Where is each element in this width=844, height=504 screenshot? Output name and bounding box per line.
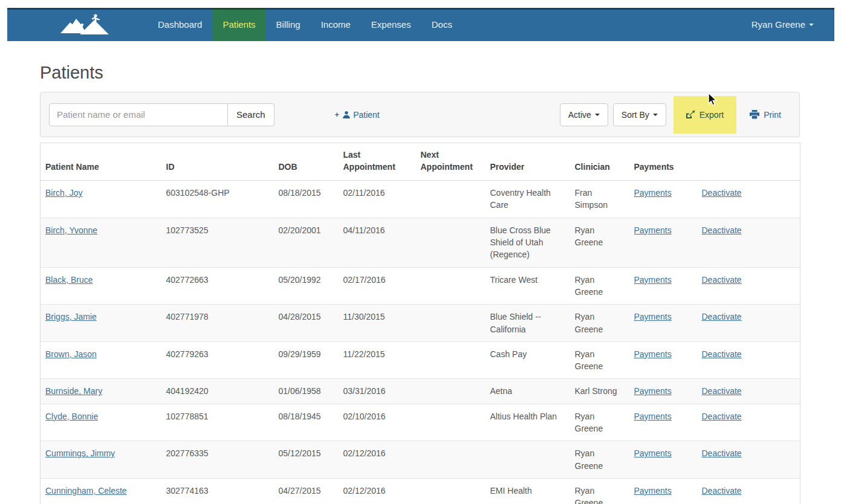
cell-id: 603102548-GHP xyxy=(161,181,274,218)
payments-link[interactable]: Payments xyxy=(634,486,672,496)
add-patient-label: Patient xyxy=(353,110,380,120)
cell-next xyxy=(416,404,485,441)
payments-link[interactable]: Payments xyxy=(634,448,672,458)
cell-next xyxy=(416,181,485,218)
cell-clinician: Ryan Greene xyxy=(570,404,629,441)
active-filter-dropdown[interactable]: Active xyxy=(560,103,608,126)
cell-clinician: Ryan Greene xyxy=(570,478,629,504)
cell-payments: Payments xyxy=(629,404,697,441)
cell-payments: Payments xyxy=(629,341,697,379)
cell-dob: 09/29/1959 xyxy=(274,341,339,379)
table-row: Brown, Jason40277926309/29/195911/22/201… xyxy=(41,341,800,379)
cell-payments: Payments xyxy=(629,441,697,479)
patient-name-link[interactable]: Birch, Joy xyxy=(45,188,82,198)
nav-item-dashboard[interactable]: Dashboard xyxy=(148,8,212,41)
cell-last: 04/11/2016 xyxy=(339,218,416,267)
print-button[interactable]: Print xyxy=(750,110,781,120)
cell-last: 02/12/2016 xyxy=(339,478,416,504)
mountain-summit-icon xyxy=(59,13,117,37)
patient-name-link[interactable]: Burnside, Mary xyxy=(45,386,102,396)
deactivate-link[interactable]: Deactivate xyxy=(702,412,742,421)
payments-link[interactable]: Payments xyxy=(634,386,672,396)
cell-deactivate: Deactivate xyxy=(697,379,800,404)
table-row: Black, Bruce40277266305/20/199202/17/201… xyxy=(41,267,800,305)
deactivate-link[interactable]: Deactivate xyxy=(702,349,742,359)
patient-name-link[interactable]: Brown, Jason xyxy=(45,349,97,359)
cell-provider: Coventry Health Care xyxy=(485,181,570,218)
cell-payments: Payments xyxy=(629,181,697,218)
deactivate-link[interactable]: Deactivate xyxy=(702,275,742,285)
table-header-row: Patient NameIDDOBLast AppointmentNext Ap… xyxy=(41,143,800,181)
column-header: Patient Name xyxy=(41,143,161,181)
payments-link[interactable]: Payments xyxy=(634,349,672,359)
payments-link[interactable]: Payments xyxy=(634,225,672,235)
deactivate-link[interactable]: Deactivate xyxy=(702,486,742,496)
nav-spacer xyxy=(463,8,751,41)
nav-item-income[interactable]: Income xyxy=(311,8,361,41)
export-button[interactable]: Export xyxy=(686,110,724,120)
user-menu[interactable]: Ryan Greene xyxy=(751,8,814,41)
search-input[interactable] xyxy=(49,103,228,126)
app-logo[interactable] xyxy=(56,8,121,41)
export-label: Export xyxy=(700,110,724,120)
search-button[interactable]: Search xyxy=(227,103,274,126)
cell-deactivate: Deactivate xyxy=(697,404,800,441)
active-filter-label: Active xyxy=(568,110,591,120)
user-menu-label: Ryan Greene xyxy=(751,19,805,30)
deactivate-link[interactable]: Deactivate xyxy=(702,312,742,321)
cell-last: 02/17/2016 xyxy=(339,267,416,305)
patients-table: Patient NameIDDOBLast AppointmentNext Ap… xyxy=(40,143,800,504)
column-header xyxy=(697,143,800,181)
patient-name-link[interactable]: Cunningham, Celeste xyxy=(45,486,127,496)
sort-by-dropdown[interactable]: Sort By xyxy=(613,103,666,126)
cell-deactivate: Deactivate xyxy=(697,181,800,218)
chevron-down-icon xyxy=(653,114,658,116)
cell-id: 402779263 xyxy=(161,341,274,379)
cell-last: 02/10/2016 xyxy=(339,404,416,441)
patients-toolbar: Search + Patient Active Sort By xyxy=(40,92,800,137)
payments-link[interactable]: Payments xyxy=(634,188,672,198)
add-patient-button[interactable]: + Patient xyxy=(335,110,380,120)
cell-deactivate: Deactivate xyxy=(697,341,800,379)
cell-id: 302774163 xyxy=(161,478,274,504)
deactivate-link[interactable]: Deactivate xyxy=(702,448,742,458)
cell-provider: EMI Health xyxy=(485,478,570,504)
nav-item-docs[interactable]: Docs xyxy=(421,8,463,41)
nav-item-patients[interactable]: Patients xyxy=(212,8,265,41)
cell-id: 402771978 xyxy=(161,305,274,342)
cell-provider: Blue Cross Blue Shield of Utah (Regence) xyxy=(485,218,570,267)
nav-item-billing[interactable]: Billing xyxy=(266,8,311,41)
cell-deactivate: Deactivate xyxy=(697,478,800,504)
cell-next xyxy=(416,305,485,342)
payments-link[interactable]: Payments xyxy=(634,412,672,421)
column-header: Payments xyxy=(629,143,697,181)
cell-provider xyxy=(485,441,570,479)
cell-dob: 01/06/1958 xyxy=(274,379,339,404)
patient-name-link[interactable]: Cummings, Jimmy xyxy=(45,448,115,458)
deactivate-link[interactable]: Deactivate xyxy=(702,225,742,235)
cell-last: 02/11/2016 xyxy=(339,181,416,218)
cell-clinician: Ryan Greene xyxy=(570,441,629,479)
patient-name-link[interactable]: Birch, Yvonne xyxy=(45,225,97,235)
cell-next xyxy=(416,478,485,504)
deactivate-link[interactable]: Deactivate xyxy=(702,188,742,198)
patient-name-link[interactable]: Black, Bruce xyxy=(45,275,93,285)
column-header: Clinician xyxy=(570,143,629,181)
cell-id: 402772663 xyxy=(161,267,274,305)
cell-clinician: Ryan Greene xyxy=(570,341,629,379)
nav-item-expenses[interactable]: Expenses xyxy=(361,8,421,41)
payments-link[interactable]: Payments xyxy=(634,275,672,285)
table-row: Burnside, Mary40419242001/06/195803/31/2… xyxy=(41,379,800,404)
cell-payments: Payments xyxy=(629,218,697,267)
payments-link[interactable]: Payments xyxy=(634,312,672,321)
cell-dob: 02/20/2001 xyxy=(274,218,339,267)
deactivate-link[interactable]: Deactivate xyxy=(702,386,742,396)
cell-last: 11/30/2015 xyxy=(339,305,416,342)
cell-deactivate: Deactivate xyxy=(697,218,800,267)
patient-name-link[interactable]: Briggs, Jamie xyxy=(45,312,97,321)
cell-provider: Aetna xyxy=(485,379,570,404)
patient-name-link[interactable]: Clyde, Bonnie xyxy=(45,412,98,421)
cell-provider: Cash Pay xyxy=(485,341,570,379)
chevron-down-icon xyxy=(809,24,814,26)
cell-payments: Payments xyxy=(629,305,697,342)
